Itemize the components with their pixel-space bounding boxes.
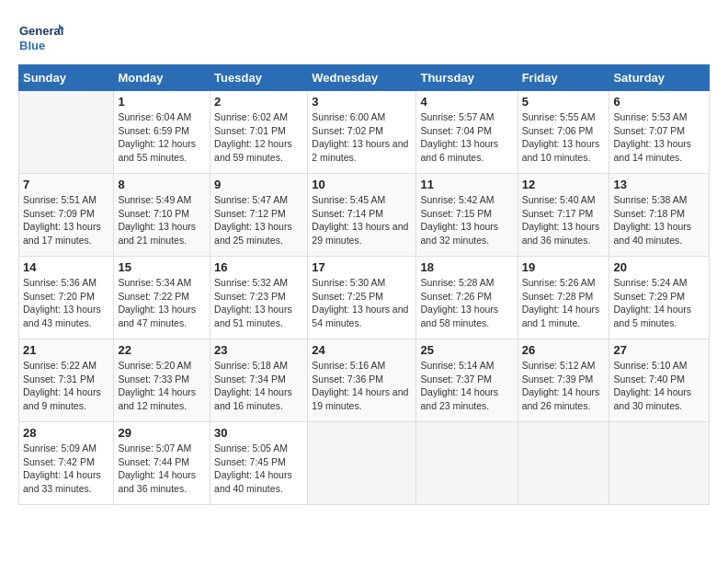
calendar-cell: 26 Sunrise: 5:12 AM Sunset: 7:39 PM Dayl… [518,339,609,422]
calendar-cell: 1 Sunrise: 6:04 AM Sunset: 6:59 PM Dayli… [114,91,210,174]
day-info: Sunrise: 5:42 AM Sunset: 7:15 PM Dayligh… [420,193,513,247]
day-number: 4 [420,95,513,109]
calendar-cell: 28 Sunrise: 5:09 AM Sunset: 7:42 PM Dayl… [19,422,114,505]
calendar-cell [308,422,416,505]
day-info: Sunrise: 5:47 AM Sunset: 7:12 PM Dayligh… [214,193,303,247]
calendar-cell: 10 Sunrise: 5:45 AM Sunset: 7:14 PM Dayl… [308,174,416,257]
day-number: 24 [312,343,412,357]
calendar-cell: 24 Sunrise: 5:16 AM Sunset: 7:36 PM Dayl… [308,339,416,422]
day-number: 23 [214,343,303,357]
day-number: 18 [420,260,513,274]
day-info: Sunrise: 5:45 AM Sunset: 7:14 PM Dayligh… [312,193,412,247]
day-info: Sunrise: 5:05 AM Sunset: 7:45 PM Dayligh… [214,442,303,496]
calendar-cell: 21 Sunrise: 5:22 AM Sunset: 7:31 PM Dayl… [19,339,114,422]
calendar-body: 1 Sunrise: 6:04 AM Sunset: 6:59 PM Dayli… [19,91,710,505]
day-number: 16 [214,260,303,274]
day-info: Sunrise: 5:36 AM Sunset: 7:20 PM Dayligh… [23,276,109,330]
day-info: Sunrise: 5:10 AM Sunset: 7:40 PM Dayligh… [613,359,705,413]
calendar-cell: 11 Sunrise: 5:42 AM Sunset: 7:15 PM Dayl… [416,174,518,257]
day-number: 14 [23,260,109,274]
day-number: 5 [522,95,606,109]
header-thursday: Thursday [416,65,518,91]
day-info: Sunrise: 5:28 AM Sunset: 7:26 PM Dayligh… [420,276,513,330]
day-number: 2 [214,95,303,109]
day-number: 1 [118,95,206,109]
calendar-cell: 5 Sunrise: 5:55 AM Sunset: 7:06 PM Dayli… [518,91,609,174]
day-info: Sunrise: 5:34 AM Sunset: 7:22 PM Dayligh… [118,276,206,330]
calendar-cell: 25 Sunrise: 5:14 AM Sunset: 7:37 PM Dayl… [416,339,518,422]
day-number: 28 [23,426,109,440]
page-header: General Blue [18,18,710,55]
header-tuesday: Tuesday [210,65,308,91]
header-sunday: Sunday [19,65,114,91]
calendar-cell: 27 Sunrise: 5:10 AM Sunset: 7:40 PM Dayl… [609,339,710,422]
day-info: Sunrise: 5:09 AM Sunset: 7:42 PM Dayligh… [23,442,109,496]
calendar-cell: 15 Sunrise: 5:34 AM Sunset: 7:22 PM Dayl… [114,257,210,339]
header-monday: Monday [114,65,210,91]
calendar-cell: 13 Sunrise: 5:38 AM Sunset: 7:18 PM Dayl… [609,174,710,257]
logo: General Blue [18,18,64,55]
day-number: 8 [118,178,206,191]
day-info: Sunrise: 5:16 AM Sunset: 7:36 PM Dayligh… [312,359,412,413]
calendar-cell: 23 Sunrise: 5:18 AM Sunset: 7:34 PM Dayl… [210,339,308,422]
calendar-cell: 4 Sunrise: 5:57 AM Sunset: 7:04 PM Dayli… [416,91,518,174]
week-row-4: 28 Sunrise: 5:09 AM Sunset: 7:42 PM Dayl… [19,422,710,505]
calendar-cell [416,422,518,505]
calendar-cell [609,422,710,505]
day-number: 25 [420,343,513,357]
day-info: Sunrise: 6:04 AM Sunset: 6:59 PM Dayligh… [118,110,206,165]
day-number: 19 [522,260,606,274]
day-info: Sunrise: 5:07 AM Sunset: 7:44 PM Dayligh… [118,442,206,496]
day-number: 10 [312,178,412,191]
calendar-cell: 16 Sunrise: 5:32 AM Sunset: 7:23 PM Dayl… [210,257,308,339]
day-info: Sunrise: 5:38 AM Sunset: 7:18 PM Dayligh… [613,193,705,247]
logo-icon: General Blue [18,18,64,55]
calendar-cell: 20 Sunrise: 5:24 AM Sunset: 7:29 PM Dayl… [609,257,710,339]
day-number: 13 [613,178,705,191]
day-info: Sunrise: 5:30 AM Sunset: 7:25 PM Dayligh… [312,276,412,330]
calendar-cell: 22 Sunrise: 5:20 AM Sunset: 7:33 PM Dayl… [114,339,210,422]
svg-text:Blue: Blue [19,39,45,52]
day-info: Sunrise: 5:51 AM Sunset: 7:09 PM Dayligh… [23,193,109,247]
day-number: 21 [23,343,109,357]
day-number: 12 [522,178,606,191]
calendar-cell: 30 Sunrise: 5:05 AM Sunset: 7:45 PM Dayl… [210,422,308,505]
day-number: 29 [118,426,206,440]
day-number: 7 [23,178,109,191]
calendar-header: SundayMondayTuesdayWednesdayThursdayFrid… [19,65,710,91]
calendar-cell [19,91,114,174]
week-row-0: 1 Sunrise: 6:04 AM Sunset: 6:59 PM Dayli… [19,91,710,174]
header-wednesday: Wednesday [308,65,416,91]
svg-text:General: General [19,24,63,38]
day-info: Sunrise: 5:57 AM Sunset: 7:04 PM Dayligh… [420,110,513,165]
day-info: Sunrise: 5:12 AM Sunset: 7:39 PM Dayligh… [522,359,606,413]
day-number: 15 [118,260,206,274]
day-info: Sunrise: 5:20 AM Sunset: 7:33 PM Dayligh… [118,359,206,413]
day-info: Sunrise: 6:00 AM Sunset: 7:02 PM Dayligh… [312,110,412,165]
week-row-2: 14 Sunrise: 5:36 AM Sunset: 7:20 PM Dayl… [19,257,710,339]
calendar-cell: 9 Sunrise: 5:47 AM Sunset: 7:12 PM Dayli… [210,174,308,257]
calendar-cell: 18 Sunrise: 5:28 AM Sunset: 7:26 PM Dayl… [416,257,518,339]
day-number: 20 [613,260,705,274]
calendar-cell: 17 Sunrise: 5:30 AM Sunset: 7:25 PM Dayl… [308,257,416,339]
calendar-cell: 19 Sunrise: 5:26 AM Sunset: 7:28 PM Dayl… [518,257,609,339]
calendar-cell: 3 Sunrise: 6:00 AM Sunset: 7:02 PM Dayli… [308,91,416,174]
calendar-cell: 12 Sunrise: 5:40 AM Sunset: 7:17 PM Dayl… [518,174,609,257]
day-number: 6 [613,95,705,109]
day-number: 30 [214,426,303,440]
day-info: Sunrise: 5:18 AM Sunset: 7:34 PM Dayligh… [214,359,303,413]
day-info: Sunrise: 5:14 AM Sunset: 7:37 PM Dayligh… [420,359,513,413]
day-number: 17 [312,260,412,274]
day-info: Sunrise: 5:24 AM Sunset: 7:29 PM Dayligh… [613,276,705,330]
day-info: Sunrise: 5:26 AM Sunset: 7:28 PM Dayligh… [522,276,606,330]
header-row: SundayMondayTuesdayWednesdayThursdayFrid… [19,65,710,91]
week-row-3: 21 Sunrise: 5:22 AM Sunset: 7:31 PM Dayl… [19,339,710,422]
header-saturday: Saturday [609,65,710,91]
day-info: Sunrise: 5:32 AM Sunset: 7:23 PM Dayligh… [214,276,303,330]
calendar-cell: 14 Sunrise: 5:36 AM Sunset: 7:20 PM Dayl… [19,257,114,339]
day-number: 3 [312,95,412,109]
calendar-cell: 7 Sunrise: 5:51 AM Sunset: 7:09 PM Dayli… [19,174,114,257]
calendar-table: SundayMondayTuesdayWednesdayThursdayFrid… [18,64,710,505]
day-number: 27 [613,343,705,357]
day-info: Sunrise: 6:02 AM Sunset: 7:01 PM Dayligh… [214,110,303,165]
